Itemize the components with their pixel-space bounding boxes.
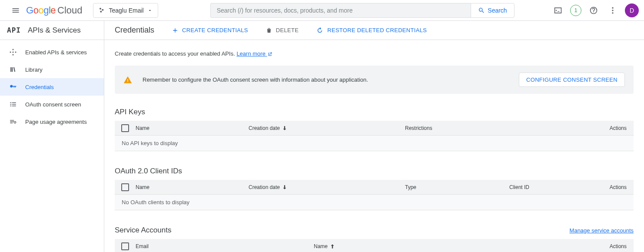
trash-icon — [266, 27, 272, 34]
col-actions: Actions — [610, 184, 634, 190]
chevron-down-icon — [147, 8, 153, 13]
sidebar-item-label: OAuth consent screen — [25, 101, 81, 108]
plus-icon — [172, 27, 179, 34]
sidebar-item-library[interactable]: Library — [0, 61, 104, 78]
google-cloud-logo[interactable]: Google Cloud — [26, 5, 83, 16]
top-header: Google Cloud Teaglu Email Search 1 D — [0, 0, 644, 21]
avatar[interactable]: D — [625, 3, 639, 17]
sidebar-item-credentials[interactable]: Credentials — [0, 78, 104, 96]
restore-button[interactable]: RESTORE DELETED CREDENTIALS — [316, 27, 427, 34]
search-bar: Search — [210, 3, 515, 18]
action-label: RESTORE DELETED CREDENTIALS — [327, 27, 427, 33]
sidebar-item-enabled-apis[interactable]: Enabled APIs & services — [0, 43, 104, 61]
configure-consent-button[interactable]: CONFIGURE CONSENT SCREEN — [519, 73, 625, 87]
table-header: Name Creation date Restrictions Actions — [115, 121, 634, 136]
svg-point-9 — [13, 54, 14, 56]
sidebar-item-label: Page usage agreements — [25, 119, 87, 125]
arrow-up-icon — [329, 243, 335, 249]
select-all-checkbox[interactable] — [121, 183, 129, 191]
svg-point-8 — [13, 49, 14, 50]
project-icon — [99, 7, 106, 14]
col-creation-date[interactable]: Creation date — [249, 125, 405, 131]
sidebar-title: APIs & Services — [28, 26, 81, 35]
col-name[interactable]: Name — [136, 125, 249, 131]
table-empty-row: No API keys to display — [115, 136, 634, 151]
sidebar-item-label: Library — [25, 66, 43, 73]
more-vert-icon[interactable] — [606, 3, 620, 17]
sidebar-item-label: Enabled APIs & services — [25, 49, 87, 56]
section-title: Service Accounts — [115, 226, 171, 235]
library-icon — [9, 66, 17, 73]
col-actions: Actions — [610, 243, 634, 249]
restore-icon — [316, 27, 324, 34]
col-email[interactable]: Email — [136, 243, 314, 249]
action-label: DELETE — [276, 27, 299, 33]
consent-icon — [9, 100, 17, 108]
section-title: API Keys — [115, 108, 145, 116]
section-api-keys: API Keys Name Creation date Restrictions… — [115, 108, 634, 151]
sidebar: API APIs & Services Enabled APIs & servi… — [0, 21, 104, 252]
table-header: Email Name Actions — [115, 239, 634, 252]
search-button[interactable]: Search — [471, 3, 514, 18]
page-header: Credentials CREATE CREDENTIALS DELETE RE… — [104, 21, 644, 40]
google-wordmark: Google — [26, 5, 56, 16]
consent-notice: Remember to configure the OAuth consent … — [115, 66, 634, 94]
cloud-shell-icon[interactable] — [551, 3, 565, 17]
arrow-down-icon — [282, 184, 288, 190]
col-actions: Actions — [610, 125, 634, 131]
api-keys-table: Name Creation date Restrictions Actions … — [115, 121, 634, 151]
svg-point-7 — [13, 52, 14, 53]
free-trial-badge[interactable]: 1 — [570, 5, 581, 16]
page-title: Credentials — [115, 26, 154, 35]
menu-icon[interactable] — [7, 2, 24, 19]
sidebar-header[interactable]: API APIs & Services — [0, 21, 104, 40]
warning-icon — [123, 76, 132, 84]
header-actions: 1 D — [551, 3, 641, 17]
intro-text: Create credentials to access your enable… — [115, 50, 634, 57]
oauth-table: Name Creation date Type Client ID Action… — [115, 180, 634, 210]
key-icon — [9, 83, 17, 91]
cloud-word: Cloud — [57, 5, 82, 16]
sidebar-item-page-usage[interactable]: Page usage agreements — [0, 113, 104, 130]
agreement-icon — [9, 118, 17, 126]
svg-point-5 — [612, 10, 613, 11]
col-name[interactable]: Name — [136, 184, 249, 190]
dashboard-icon — [9, 48, 17, 56]
notice-text: Remember to configure the OAuth consent … — [143, 76, 508, 83]
col-creation-date[interactable]: Creation date — [249, 184, 405, 190]
search-input[interactable] — [210, 3, 471, 18]
svg-point-4 — [612, 7, 613, 8]
external-link-icon — [267, 52, 272, 57]
project-selector[interactable]: Teaglu Email — [93, 3, 158, 18]
col-client-id[interactable]: Client ID — [509, 184, 596, 190]
svg-point-0 — [100, 8, 101, 10]
service-accounts-table: Email Name Actions No service accounts t… — [115, 239, 634, 252]
col-name[interactable]: Name — [314, 243, 444, 249]
table-header: Name Creation date Type Client ID Action… — [115, 180, 634, 195]
help-icon[interactable] — [587, 3, 601, 17]
svg-point-2 — [100, 10, 102, 12]
sidebar-item-oauth-consent[interactable]: OAuth consent screen — [0, 96, 104, 113]
manage-service-accounts-link[interactable]: Manage service accounts — [570, 227, 634, 234]
learn-more-link[interactable]: Learn more — [236, 50, 272, 57]
svg-point-10 — [10, 52, 11, 53]
project-name: Teaglu Email — [109, 7, 144, 14]
sidebar-nav: Enabled APIs & services Library Credenti… — [0, 40, 104, 130]
section-oauth-clients: OAuth 2.0 Client IDs Name Creation date … — [115, 167, 634, 210]
action-label: CREATE CREDENTIALS — [182, 27, 248, 33]
api-logo-icon: API — [7, 26, 21, 34]
col-type[interactable]: Type — [405, 184, 509, 190]
select-all-checkbox[interactable] — [121, 242, 129, 250]
table-empty-row: No OAuth clients to display — [115, 195, 634, 210]
sidebar-item-label: Credentials — [25, 84, 54, 90]
delete-button[interactable]: DELETE — [266, 27, 299, 34]
section-service-accounts: Service Accounts Manage service accounts… — [115, 226, 634, 252]
section-title: OAuth 2.0 Client IDs — [115, 167, 182, 176]
svg-point-11 — [15, 52, 17, 53]
create-credentials-button[interactable]: CREATE CREDENTIALS — [172, 27, 248, 34]
svg-point-6 — [612, 12, 613, 13]
main: Credentials CREATE CREDENTIALS DELETE RE… — [104, 21, 644, 252]
select-all-checkbox[interactable] — [121, 124, 129, 132]
content: Create credentials to access your enable… — [104, 40, 644, 252]
col-restrictions[interactable]: Restrictions — [405, 125, 579, 131]
